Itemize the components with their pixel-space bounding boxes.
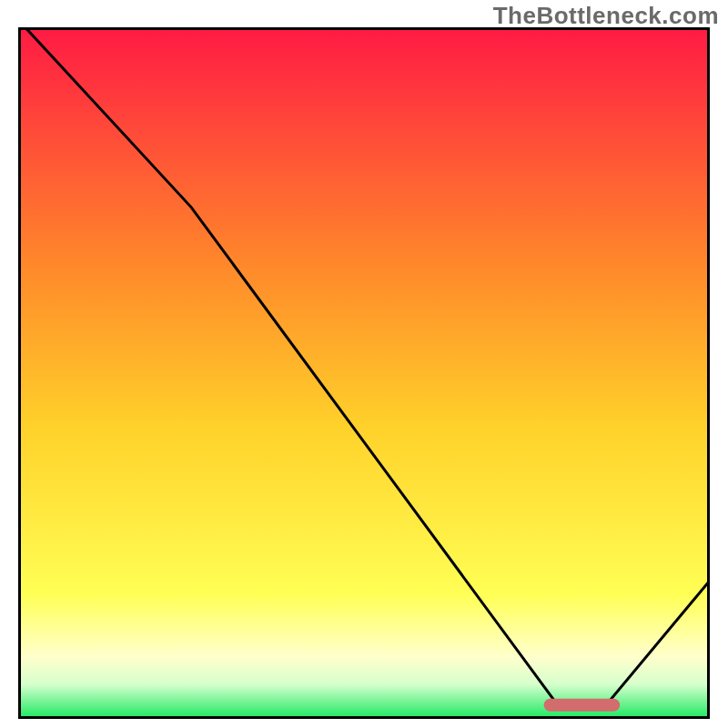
watermark-text: TheBottleneck.com bbox=[493, 2, 719, 30]
optimal-range-marker bbox=[544, 699, 621, 712]
chart-svg bbox=[18, 27, 710, 719]
plot-frame bbox=[18, 27, 710, 719]
chart-wrapper: TheBottleneck.com bbox=[0, 0, 728, 728]
